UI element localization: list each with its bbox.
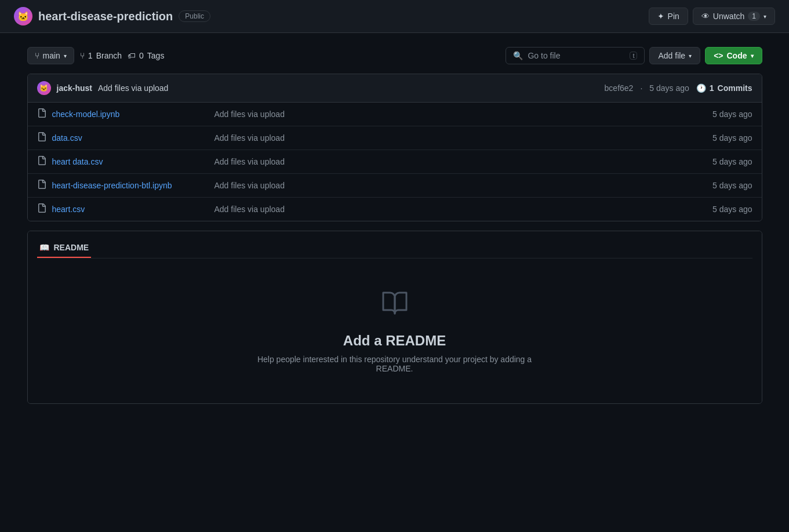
table-row: check-model.ipynb Add files via upload 5… xyxy=(28,103,762,126)
unwatch-count: 1 xyxy=(748,12,760,21)
file-name[interactable]: check-model.ipynb xyxy=(52,110,214,119)
file-time: 5 days ago xyxy=(712,205,752,214)
file-name[interactable]: data.csv xyxy=(52,133,214,143)
search-kbd: t xyxy=(630,52,637,60)
repo-name: heart-disease-prediction xyxy=(38,10,173,23)
file-commit-message: Add files via upload xyxy=(214,205,713,214)
file-icon xyxy=(37,203,46,215)
search-icon: 🔍 xyxy=(513,51,523,60)
file-name[interactable]: heart-disease-prediction-btl.ipynb xyxy=(52,181,214,190)
readme-add-title: Add a README xyxy=(343,333,446,349)
file-time: 5 days ago xyxy=(712,157,752,166)
add-file-button[interactable]: Add file ▾ xyxy=(649,47,700,64)
file-icon xyxy=(37,156,46,167)
toolbar-left: ⑂ main ▾ ⑂ 1 Branch 🏷 0 Tags xyxy=(27,47,165,64)
file-name[interactable]: heart data.csv xyxy=(52,157,214,166)
table-row: heart.csv Add files via upload 5 days ag… xyxy=(28,198,762,221)
file-commit-message: Add files via upload xyxy=(214,133,713,143)
chevron-down-icon: ▾ xyxy=(751,53,754,59)
file-name[interactable]: heart.csv xyxy=(52,205,214,214)
top-actions: ✦ Pin 👁 Unwatch 1 ▾ xyxy=(649,8,775,25)
file-commit-message: Add files via upload xyxy=(214,110,713,119)
history-icon: 🕐 xyxy=(696,83,706,93)
tags-link[interactable]: 🏷 0 Tags xyxy=(128,51,164,60)
branch-icon: ⑂ xyxy=(35,51,39,60)
readme-add-desc: Help people interested in this repositor… xyxy=(250,355,540,373)
branch-count: 1 xyxy=(88,51,93,60)
book-open-icon: 📖 xyxy=(39,243,49,252)
code-icon: <> xyxy=(714,51,723,60)
pin-icon: ✦ xyxy=(657,12,664,21)
branches-link[interactable]: ⑂ 1 Branch xyxy=(80,51,122,60)
chevron-down-icon: ▾ xyxy=(689,53,692,59)
commit-hash[interactable]: bcef6e2 xyxy=(605,83,634,93)
commit-bar-right: bcef6e2 · 5 days ago 🕐 1 Commits xyxy=(605,83,752,93)
tag-count: 0 xyxy=(139,51,144,60)
table-row: heart-disease-prediction-btl.ipynb Add f… xyxy=(28,174,762,198)
goto-file-search[interactable]: 🔍 Go to file t xyxy=(506,47,645,64)
file-rows: check-model.ipynb Add files via upload 5… xyxy=(28,103,762,221)
toolbar-right: 🔍 Go to file t Add file ▾ <> Code ▾ xyxy=(506,47,762,64)
commit-author[interactable]: jack-hust xyxy=(57,83,92,93)
unwatch-button[interactable]: 👁 Unwatch 1 ▾ xyxy=(693,8,775,25)
repo-title-group: 🐱 heart-disease-prediction Public xyxy=(14,7,210,25)
readme-section: 📖 README Add a README Help people intere… xyxy=(27,231,762,404)
commit-bar: 🐱 jack-hust Add files via upload bcef6e2… xyxy=(28,74,762,103)
toolbar: ⑂ main ▾ ⑂ 1 Branch 🏷 0 Tags 🔍 Go to fil… xyxy=(27,47,762,64)
file-commit-message: Add files via upload xyxy=(214,157,713,166)
file-icon xyxy=(37,132,46,144)
file-table: 🐱 jack-hust Add files via upload bcef6e2… xyxy=(27,74,762,221)
eye-icon: 👁 xyxy=(701,12,710,21)
pin-button[interactable]: ✦ Pin xyxy=(649,8,688,25)
commit-author-avatar: 🐱 xyxy=(37,81,51,95)
readme-book-icon xyxy=(381,289,409,323)
file-time: 5 days ago xyxy=(712,133,752,143)
table-row: data.csv Add files via upload 5 days ago xyxy=(28,126,762,150)
file-time: 5 days ago xyxy=(712,110,752,119)
commits-count: 1 xyxy=(710,83,714,93)
file-icon xyxy=(37,108,46,120)
readme-header: 📖 README xyxy=(28,231,762,258)
tag-icon: 🏷 xyxy=(128,51,136,60)
visibility-badge: Public xyxy=(179,10,210,22)
branch-name: main xyxy=(43,51,60,60)
file-time: 5 days ago xyxy=(712,181,752,190)
code-button[interactable]: <> Code ▾ xyxy=(705,47,762,64)
commit-separator: · xyxy=(640,83,642,93)
commit-time: 5 days ago xyxy=(649,83,689,93)
commits-link[interactable]: 🕐 1 Commits xyxy=(696,83,752,93)
table-row: heart data.csv Add files via upload 5 da… xyxy=(28,150,762,174)
fork-icon: ⑂ xyxy=(80,51,85,60)
commit-message: Add files via upload xyxy=(98,83,168,93)
avatar: 🐱 xyxy=(14,7,32,25)
branch-selector[interactable]: ⑂ main ▾ xyxy=(27,47,74,64)
file-commit-message: Add files via upload xyxy=(214,181,713,190)
chevron-down-icon: ▾ xyxy=(763,13,766,20)
commit-bar-left: 🐱 jack-hust Add files via upload xyxy=(37,81,169,95)
commits-label: Commits xyxy=(718,83,752,93)
top-bar: 🐱 heart-disease-prediction Public ✦ Pin … xyxy=(0,0,789,33)
readme-body: Add a README Help people interested in t… xyxy=(28,258,762,403)
search-placeholder: Go to file xyxy=(528,51,560,60)
main-content: ⑂ main ▾ ⑂ 1 Branch 🏷 0 Tags 🔍 Go to fil… xyxy=(18,33,772,418)
file-icon xyxy=(37,180,46,191)
readme-tab[interactable]: 📖 README xyxy=(37,238,92,258)
chevron-down-icon: ▾ xyxy=(64,53,67,59)
